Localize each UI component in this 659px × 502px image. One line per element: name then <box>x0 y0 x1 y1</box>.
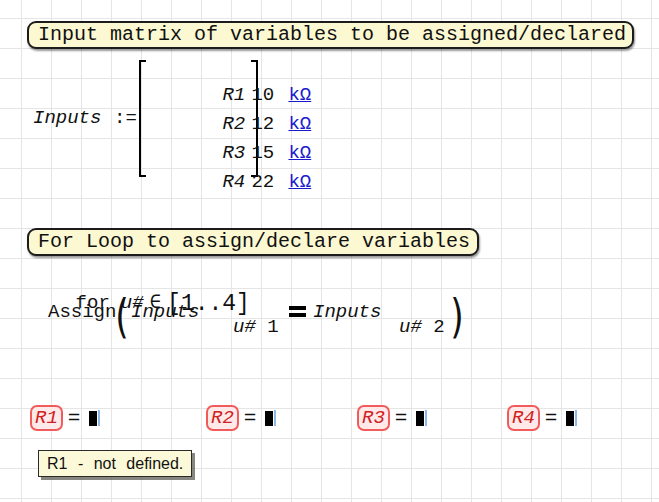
equals-operator: = <box>545 407 558 430</box>
arg2-name: Inputs <box>313 301 381 323</box>
error-variable-box[interactable]: R4 <box>507 405 540 431</box>
arg2-sub-index: 2 <box>422 316 445 338</box>
equals-operator: = <box>244 407 257 430</box>
boolean-equals-operator <box>289 306 306 317</box>
edit-cursor <box>575 410 577 426</box>
text-region-input-matrix[interactable]: Input matrix of variables to be assigned… <box>27 21 634 49</box>
empty-placeholder[interactable] <box>89 411 97 426</box>
definition-operator: := <box>114 107 137 129</box>
worksheet-canvas[interactable]: Input matrix of variables to be assigned… <box>0 0 659 502</box>
arg1-name: Inputs <box>131 301 199 323</box>
arg1-subscript: u# 1 <box>233 317 279 337</box>
arg2-sub-iterator: u# <box>399 316 422 338</box>
result-expression-r2[interactable]: R2 = <box>206 404 276 432</box>
matrix-cell-unit: kΩ <box>288 171 311 193</box>
empty-placeholder[interactable] <box>265 411 273 426</box>
open-paren: ( <box>115 293 128 339</box>
edit-cursor <box>274 410 276 426</box>
error-variable-box[interactable]: R1 <box>30 405 63 431</box>
error-tooltip-text: R1 - not defined. <box>47 455 183 472</box>
empty-placeholder[interactable] <box>566 411 574 426</box>
arg1-sub-iterator: u# <box>233 316 256 338</box>
matrix-row[interactable]: R422kΩ <box>154 149 311 215</box>
assign-function-name: Assign <box>48 301 116 323</box>
error-variable-box[interactable]: R3 <box>357 405 390 431</box>
result-expression-r1[interactable]: R1 = <box>30 404 100 432</box>
matrix-cell-value: 22 <box>251 171 288 193</box>
text-region-for-loop[interactable]: For Loop to assign/declare variables <box>27 228 479 256</box>
result-expression-r4[interactable]: R4 = <box>507 404 577 432</box>
close-paren: ) <box>450 293 463 339</box>
text-region-label: Input matrix of variables to be assigned… <box>38 23 626 46</box>
error-variable-box[interactable]: R2 <box>206 405 239 431</box>
matrix-left-bracket <box>139 60 146 177</box>
matrix-cell-name: R4 <box>222 171 251 193</box>
arg1-sub-index: 1 <box>256 316 279 338</box>
equals-operator: = <box>68 407 81 430</box>
edit-cursor <box>98 410 100 426</box>
arg2-subscript: u# 2 <box>399 317 445 337</box>
equals-operator: = <box>395 407 408 430</box>
empty-placeholder[interactable] <box>416 411 424 426</box>
edit-cursor <box>425 410 427 426</box>
matrix-lhs-name: Inputs <box>33 107 101 129</box>
text-region-label: For Loop to assign/declare variables <box>38 230 470 253</box>
error-tooltip: R1 - not defined. <box>38 450 192 477</box>
result-expression-r3[interactable]: R3 = <box>357 404 427 432</box>
